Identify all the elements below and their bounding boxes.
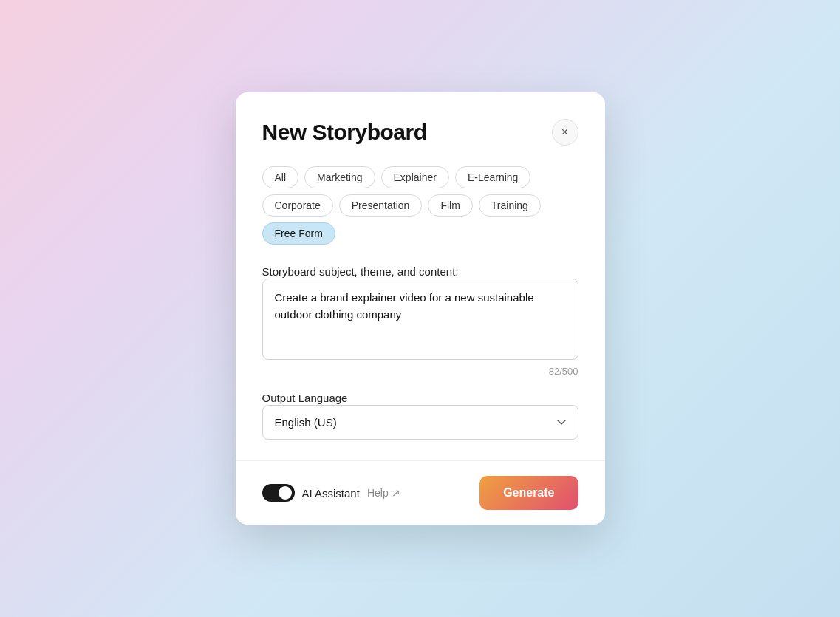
language-field-label: Output Language: [262, 392, 348, 404]
tag-presentation[interactable]: Presentation: [339, 194, 423, 217]
language-select[interactable]: English (US) English (UK) Spanish French…: [262, 405, 578, 440]
tag-corporate[interactable]: Corporate: [262, 194, 333, 217]
new-storyboard-modal: New Storyboard × All Marketing Explainer…: [236, 92, 605, 525]
tags-container: All Marketing Explainer E-Learning Corpo…: [262, 166, 578, 245]
toggle-track: [262, 484, 295, 502]
ai-assistant-section: AI Assistant Help ↗: [262, 484, 400, 502]
modal-title: New Storyboard: [262, 120, 427, 145]
tag-explainer[interactable]: Explainer: [381, 166, 449, 188]
modal-body: New Storyboard × All Marketing Explainer…: [236, 92, 605, 460]
tag-freeform[interactable]: Free Form: [262, 222, 335, 245]
tag-elearning[interactable]: E-Learning: [455, 166, 531, 188]
char-count: 82/500: [262, 366, 578, 377]
modal-footer: AI Assistant Help ↗ Generate: [236, 460, 605, 525]
textarea-wrapper: [262, 279, 578, 363]
storyboard-field-label: Storyboard subject, theme, and content:: [262, 265, 459, 278]
modal-header: New Storyboard ×: [262, 119, 578, 146]
tag-marketing[interactable]: Marketing: [304, 166, 375, 188]
ai-assistant-toggle[interactable]: [262, 484, 295, 502]
modal-overlay: New Storyboard × All Marketing Explainer…: [0, 0, 840, 617]
ai-assistant-label: AI Assistant: [302, 487, 360, 500]
tag-training[interactable]: Training: [479, 194, 541, 217]
tag-all[interactable]: All: [262, 166, 299, 188]
help-link[interactable]: Help ↗: [367, 487, 400, 499]
tag-film[interactable]: Film: [428, 194, 472, 217]
toggle-thumb: [279, 486, 292, 500]
generate-button[interactable]: Generate: [479, 476, 578, 510]
storyboard-textarea[interactable]: [262, 279, 578, 360]
close-button[interactable]: ×: [552, 119, 578, 146]
